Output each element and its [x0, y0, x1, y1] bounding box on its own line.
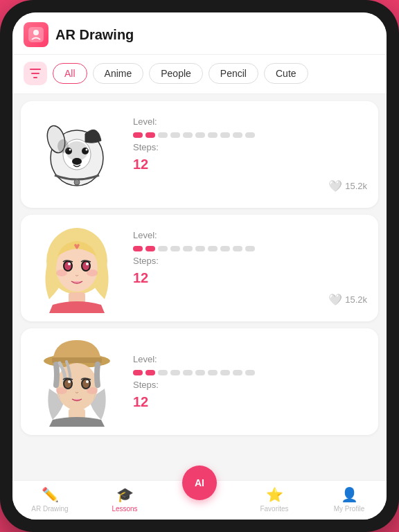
- dot: [220, 370, 230, 375]
- dot: [208, 370, 218, 375]
- svg-point-20: [68, 263, 71, 265]
- profile-icon: 👤: [341, 486, 358, 503]
- drawing-image-girl2[interactable]: [32, 337, 122, 427]
- dot: [245, 246, 255, 251]
- dot: [145, 246, 155, 251]
- svg-point-12: [57, 139, 69, 153]
- steps-value-girl2: 12: [133, 394, 367, 410]
- nav-label-lessons: Lessons: [112, 505, 137, 513]
- svg-point-32: [86, 380, 89, 383]
- like-button-dog[interactable]: 🤍: [328, 179, 342, 193]
- svg-point-9: [86, 149, 88, 151]
- star-icon: ⭐: [266, 486, 283, 503]
- drawing-card-girl1: Level: Steps: 12: [21, 215, 378, 321]
- dot: [183, 246, 193, 251]
- nav-item-profile[interactable]: 👤 My Profile: [312, 486, 387, 513]
- level-label-girl2: Level:: [133, 354, 367, 364]
- dot: [220, 246, 230, 251]
- level-label-girl1: Level:: [133, 230, 367, 240]
- header: AR Drawing: [12, 12, 387, 55]
- dot: [208, 246, 218, 251]
- dot: [133, 370, 143, 375]
- svg-point-11: [74, 179, 80, 185]
- graduation-icon: 🎓: [116, 486, 134, 503]
- dot: [245, 370, 255, 375]
- device-frame: AR Drawing All Anime People Pencil Cute: [0, 0, 399, 532]
- dot: [195, 370, 205, 375]
- dot: [220, 132, 230, 138]
- category-all[interactable]: All: [53, 63, 87, 84]
- nav-label-ar-drawing: AR Drawing: [31, 505, 68, 513]
- nav-item-lessons[interactable]: 🎓 Lessons: [87, 486, 162, 513]
- svg-point-22: [56, 269, 67, 276]
- svg-point-7: [82, 148, 89, 154]
- dot: [133, 132, 143, 138]
- svg-point-31: [68, 380, 71, 383]
- category-people[interactable]: People: [149, 63, 203, 84]
- like-button-girl1[interactable]: 🤍: [328, 293, 342, 306]
- dot: [158, 370, 168, 375]
- like-row-dog: 🤍 15.2k: [133, 179, 367, 193]
- drawing-info-girl2: Level: Steps: 12: [133, 354, 367, 410]
- category-pencil[interactable]: Pencil: [209, 63, 258, 84]
- drawing-image-dog[interactable]: [32, 109, 122, 200]
- dot: [195, 132, 205, 138]
- dot: [145, 370, 155, 375]
- dot: [233, 370, 242, 375]
- drawing-image-girl1[interactable]: [32, 223, 122, 313]
- bottom-nav: AI ✏️ AR Drawing 🎓 Lessons ⭐ Favorites 👤…: [12, 480, 387, 520]
- svg-point-8: [69, 149, 71, 151]
- ai-fab-button[interactable]: AI: [182, 466, 217, 500]
- svg-point-34: [87, 387, 98, 394]
- app-icon: [24, 22, 48, 47]
- dot: [233, 132, 242, 138]
- dot: [158, 246, 168, 251]
- category-anime[interactable]: Anime: [93, 63, 144, 84]
- steps-label-girl2: Steps:: [133, 380, 367, 390]
- screen: AR Drawing All Anime People Pencil Cute: [12, 12, 387, 520]
- steps-label-dog: Steps:: [133, 142, 367, 152]
- level-label-dog: Level:: [133, 116, 367, 127]
- svg-point-1: [33, 30, 39, 35]
- like-count-dog: 15.2k: [345, 181, 367, 191]
- drawing-info-dog: Level: Steps: 12: [133, 116, 367, 193]
- svg-point-10: [72, 158, 82, 165]
- dot: [170, 370, 180, 375]
- level-dots-dog: [133, 132, 367, 138]
- dot: [158, 132, 168, 138]
- svg-point-23: [87, 269, 98, 276]
- steps-value-dog: 12: [133, 157, 367, 172]
- like-row-girl1: 🤍 15.2k: [133, 293, 367, 306]
- app-title: AR Drawing: [55, 27, 134, 43]
- nav-label-favorites: Favorites: [260, 505, 288, 513]
- nav-label-profile: My Profile: [334, 505, 364, 513]
- steps-value-girl1: 12: [133, 270, 367, 286]
- dot: [183, 132, 193, 138]
- dot: [170, 246, 180, 251]
- ai-fab-label: AI: [195, 477, 204, 488]
- category-cute[interactable]: Cute: [264, 63, 308, 84]
- dot: [133, 246, 143, 251]
- pencil-icon: ✏️: [42, 486, 59, 503]
- dot: [170, 132, 180, 138]
- dot: [245, 132, 255, 138]
- dot: [208, 132, 218, 138]
- dot: [145, 132, 155, 138]
- level-dots-girl2: [133, 370, 367, 375]
- drawing-card-dog: Level: Steps: 12: [21, 101, 378, 208]
- dot: [195, 246, 205, 251]
- dot: [183, 370, 193, 375]
- drawing-info-girl1: Level: Steps: 12: [133, 230, 367, 306]
- nav-item-ar-drawing[interactable]: ✏️ AR Drawing: [12, 486, 87, 513]
- steps-label-girl1: Steps:: [133, 256, 367, 266]
- drawing-card-girl2: Level: Steps: 12: [21, 328, 378, 435]
- level-dots-girl1: [133, 246, 367, 251]
- nav-item-favorites[interactable]: ⭐ Favorites: [237, 486, 312, 513]
- filter-button[interactable]: [24, 62, 47, 85]
- like-count-girl1: 15.2k: [345, 294, 367, 305]
- dot: [233, 246, 242, 251]
- content-list: Level: Steps: 12: [12, 94, 387, 480]
- filter-bar: All Anime People Pencil Cute: [12, 55, 387, 94]
- svg-point-33: [56, 387, 67, 394]
- svg-point-21: [86, 263, 89, 265]
